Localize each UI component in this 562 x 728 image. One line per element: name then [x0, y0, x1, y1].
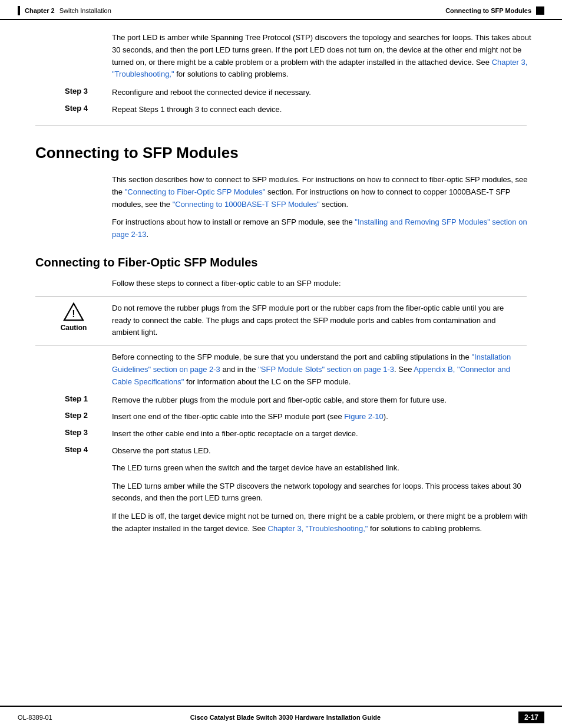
fiber-optic-sfp-link[interactable]: "Connecting to Fiber-Optic SFP Modules" [125, 187, 266, 196]
fiber-optic-section-heading: Connecting to Fiber-Optic SFP Modules [35, 255, 527, 269]
chapter-title: Switch Installation [59, 7, 111, 14]
before-connecting-mid: and in the [220, 365, 258, 374]
caution-icon-col: ! Caution [35, 302, 112, 332]
step4-para1: The LED turns green when the switch and … [112, 462, 536, 475]
fiber-step-2-content: Insert one end of the fiber-optic cable … [112, 411, 536, 423]
fiber-step-2-end: ). [384, 412, 388, 421]
before-connecting-mid2: . See [394, 365, 414, 374]
caution-label: Caution [61, 324, 87, 332]
page-header: Chapter 2 Switch Installation Connecting… [0, 0, 562, 20]
fiber-step-2-label: Step 2 [65, 411, 112, 423]
header-left: Chapter 2 Switch Installation [18, 6, 111, 15]
fiber-step-3-row: Step 3 Insert the other cable end into a… [18, 428, 544, 440]
fiber-step-3-content: Insert the other cable end into a fiber-… [112, 428, 536, 440]
fiber-step-4-content: Observe the port status LED. [112, 445, 536, 457]
svg-text:!: ! [72, 309, 75, 319]
figure-2-10-link[interactable]: Figure 2-10 [344, 412, 383, 421]
before-connecting-pre: Before connecting to the SFP module, be … [112, 353, 471, 361]
sfp-para2-pre: For instructions about how to install or… [112, 218, 355, 226]
header-section-title: Connecting to SFP Modules [445, 7, 531, 14]
fiber-step-2-row: Step 2 Insert one end of the fiber-optic… [18, 411, 544, 423]
header-rule-icon [18, 6, 20, 15]
page: Chapter 2 Switch Installation Connecting… [0, 0, 562, 728]
chapter3-troubleshooting-link-2[interactable]: Chapter 3, "Troubleshooting," [268, 524, 368, 533]
fiber-step-3-label: Step 3 [65, 428, 112, 440]
caution-text-content: Do not remove the rubber plugs from the … [112, 302, 527, 339]
before-connecting-end: for information about the LC on the SFP … [184, 377, 351, 386]
section-divider-top [35, 126, 527, 126]
chapter3-troubleshooting-link[interactable]: Chapter 3, "Troubleshooting," [112, 58, 527, 79]
fiber-step-4-label: Step 4 [65, 445, 112, 457]
step-3-content: Reconfigure and reboot the connected dev… [112, 87, 536, 99]
header-block-icon [536, 6, 544, 15]
step-3-label: Step 3 [65, 87, 112, 99]
fiber-step-1-label: Step 1 [65, 394, 112, 407]
caution-triangle-icon: ! [63, 302, 84, 321]
intro-paragraph: The port LED is amber while Spanning Tre… [112, 32, 536, 81]
step4-para2: The LED turns amber while the STP discov… [112, 480, 536, 505]
step-3-row: Step 3 Reconfigure and reboot the connec… [18, 87, 544, 99]
sfp-section-heading: Connecting to SFP Modules [35, 144, 527, 162]
footer-page-number: 2-17 [518, 711, 544, 723]
sfp-para-2: For instructions about how to install or… [112, 216, 536, 241]
fiber-intro-text: Follow these steps to connect a fiber-op… [112, 278, 536, 290]
sfp-para2-end: . [147, 230, 149, 239]
step-4-content: Repeat Steps 1 through 3 to connect each… [112, 104, 536, 116]
sfp-para-1: This section describes how to connect to… [112, 174, 536, 210]
page-footer: OL-8389-01 Cisco Catalyst Blade Switch 3… [0, 706, 562, 728]
footer-doc-number: OL-8389-01 [18, 714, 52, 721]
sfp-module-slots-link[interactable]: "SFP Module Slots" section on page 1-3 [258, 365, 394, 374]
fiber-step-4-row: Step 4 Observe the port status LED. [18, 445, 544, 457]
step4-para3: If the LED is off, the target device mig… [112, 510, 536, 535]
main-content: The port LED is amber while Spanning Tre… [0, 32, 562, 577]
header-right: Connecting to SFP Modules [445, 6, 544, 15]
step-4-label: Step 4 [65, 104, 112, 116]
sfp-para1-end: section. [320, 200, 348, 209]
step4-para3-end: for solutions to cabling problems. [368, 524, 482, 533]
caution-box: ! Caution Do not remove the rubber plugs… [35, 296, 527, 345]
step-4-row: Step 4 Repeat Steps 1 through 3 to conne… [18, 104, 544, 116]
chapter-label: Chapter 2 [25, 7, 55, 14]
before-connecting-para: Before connecting to the SFP module, be … [112, 351, 527, 388]
footer-guide-title: Cisco Catalyst Blade Switch 3030 Hardwar… [52, 714, 518, 721]
fiber-step-2-pre: Insert one end of the fiber-optic cable … [112, 412, 344, 421]
fiber-step-1-row: Step 1 Remove the rubber plugs from the … [18, 394, 544, 407]
fiber-step-1-content: Remove the rubber plugs from the module … [112, 394, 536, 407]
1000baset-sfp-link[interactable]: "Connecting to 1000BASE-T SFP Modules" [173, 200, 320, 209]
